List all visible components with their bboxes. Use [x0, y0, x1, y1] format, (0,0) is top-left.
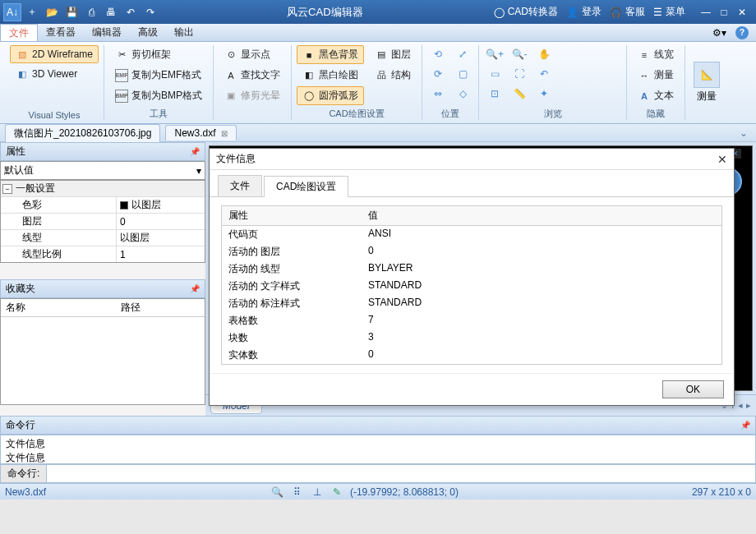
btn-emf-label: 复制为EMF格式 [131, 68, 201, 82]
btn-2d-wireframe[interactable]: ▧2D Wireframe [10, 45, 99, 63]
menu-advanced[interactable]: 高级 [130, 24, 166, 41]
zoom-prev-icon[interactable]: ↶ [533, 65, 555, 83]
ok-button[interactable]: OK [662, 380, 724, 398]
close-button[interactable]: ✕ [735, 5, 749, 20]
command-input-row: 命令行: [0, 464, 756, 483]
info-row: 活动的 标注样式STANDARD [222, 295, 721, 312]
btn-smooth-arc[interactable]: ◯圆滑弧形 [297, 86, 364, 105]
properties-title: 属性 [6, 145, 25, 159]
file-tab-1[interactable]: New3.dxf⊠ [165, 125, 236, 140]
pin-icon[interactable]: 📌 [740, 421, 750, 430]
btn-crop-frame[interactable]: ✂剪切框架 [109, 45, 208, 64]
open-icon[interactable]: 📂 [43, 3, 61, 21]
pin-icon[interactable]: 📌 [190, 284, 200, 293]
prop-row[interactable]: 线型比例1 [1, 246, 205, 262]
maximize-button[interactable]: □ [717, 5, 731, 20]
sb-snap-icon[interactable]: ✎ [330, 486, 343, 499]
dialog-footer: OK [210, 373, 734, 405]
menu-button[interactable]: ☰菜单 [653, 5, 685, 19]
minimize-button[interactable]: — [698, 5, 713, 20]
btn-bw-draw[interactable]: ◧黑白绘图 [297, 66, 364, 85]
prop-group-header[interactable]: −一般设置 [1, 181, 205, 196]
btn-text[interactable]: A文本 [632, 86, 680, 105]
btn-find-text[interactable]: A查找文字 [219, 66, 286, 85]
btn-black-bg[interactable]: ■黑色背景 [297, 45, 364, 64]
pos-btn-4[interactable]: ▢ [452, 65, 473, 83]
btn-copy-bmp[interactable]: BMP复制为BMP格式 [109, 86, 208, 105]
menu-output[interactable]: 输出 [166, 24, 202, 41]
dialog-close-icon[interactable]: ✕ [717, 153, 727, 166]
fav-col-path[interactable]: 路径 [116, 299, 145, 316]
properties-header: 属性📌 [0, 142, 205, 161]
btn-copy-emf[interactable]: EMF复制为EMF格式 [109, 66, 208, 85]
zoom-fit-icon[interactable]: ⊡ [484, 85, 505, 103]
file-tab-0[interactable]: 微信图片_20210826103706.jpg [5, 124, 160, 142]
prop-row[interactable]: 色彩以图层 [1, 196, 205, 213]
support-label: 客服 [625, 5, 645, 19]
layout-next-icon[interactable]: ▸ [746, 400, 751, 411]
settings-icon[interactable]: ⚙▾ [710, 25, 728, 40]
btn-layers[interactable]: ▤图层 [369, 45, 417, 64]
sb-grid-icon[interactable]: ⠿ [291, 486, 304, 499]
prop-row[interactable]: 线型以图层 [1, 229, 205, 246]
zoom-out-icon[interactable]: 🔍- [509, 45, 530, 63]
pan-icon[interactable]: ✋ [533, 45, 555, 63]
btn-measure-small[interactable]: ↔测量 [632, 66, 680, 85]
zoom-window-icon[interactable]: ▭ [484, 65, 505, 83]
prop-value[interactable]: 1 [116, 246, 205, 262]
btn-structure-label: 结构 [391, 68, 411, 82]
menu-file[interactable]: 文件 [0, 24, 38, 41]
dialog-title-bar[interactable]: 文件信息 ✕ [210, 149, 734, 170]
status-bar: New3.dxf 🔍 ⠿ ⊥ ✎ (-19.97992; 8.068813; 0… [0, 483, 756, 499]
zoom-scale-icon[interactable]: 📏 [509, 85, 530, 103]
command-history[interactable]: 文件信息 文件信息 [0, 435, 756, 464]
save-icon[interactable]: 💾 [62, 3, 81, 21]
print-icon[interactable]: 🖶 [102, 3, 120, 21]
tab-close-icon[interactable]: ⊠ [221, 129, 228, 138]
pos-btn-3[interactable]: ⟳ [427, 65, 449, 83]
prop-row[interactable]: 图层0 [1, 213, 205, 229]
btn-3d-viewer[interactable]: ◧3D Viewer [10, 65, 99, 83]
command-input[interactable] [47, 465, 755, 482]
prop-value[interactable]: 以图层 [116, 197, 205, 213]
prop-value[interactable]: 0 [116, 214, 205, 229]
support-button[interactable]: 🎧客服 [610, 5, 645, 19]
btn-measure-big[interactable]: 📐 测量 [690, 62, 723, 104]
sb-ortho-icon[interactable]: ⊥ [311, 486, 324, 499]
cad-converter-button[interactable]: ◯CAD转换器 [494, 5, 558, 19]
pos-btn-6[interactable]: ◇ [452, 85, 473, 103]
login-button[interactable]: 👤登录 [566, 5, 602, 19]
zoom-extents-icon[interactable]: ⛶ [509, 65, 530, 83]
pin-icon[interactable]: 📌 [190, 147, 200, 156]
redo-icon[interactable]: ↷ [141, 3, 159, 21]
undo-icon[interactable]: ↶ [122, 3, 140, 21]
new-icon[interactable]: ＋ [23, 3, 41, 21]
properties-selector-value: 默认值 [4, 163, 34, 177]
export-icon[interactable]: ⎙ [82, 3, 100, 21]
app-icon[interactable]: A↓ [3, 3, 21, 21]
dialog-title: 文件信息 [216, 152, 256, 166]
tabs-dropdown-icon[interactable]: ⌄ [736, 127, 751, 139]
pos-btn-2[interactable]: ⤢ [452, 45, 473, 63]
dialog-tab-file[interactable]: 文件 [218, 175, 262, 196]
pos-btn-1[interactable]: ⟲ [427, 45, 449, 63]
ribbon-group-display: ⊙显示点 A查找文字 ▣修剪光晕 [214, 45, 292, 120]
menu-editor[interactable]: 编辑器 [84, 24, 130, 41]
layout-prev-icon[interactable]: ◂ [738, 400, 743, 411]
zoom-in-icon[interactable]: 🔍+ [484, 45, 505, 63]
btn-structure[interactable]: 品结构 [369, 66, 417, 85]
collapse-icon[interactable]: − [2, 184, 12, 194]
properties-selector[interactable]: 默认值▾ [0, 161, 205, 180]
nav-icon[interactable]: ✦ [533, 85, 555, 103]
sb-search-icon[interactable]: 🔍 [271, 486, 284, 499]
btn-show-points[interactable]: ⊙显示点 [219, 45, 286, 64]
btn-lineweight[interactable]: ≡线宽 [632, 45, 680, 64]
fav-col-name[interactable]: 名称 [1, 299, 116, 316]
menu-viewer[interactable]: 查看器 [38, 24, 84, 41]
prop-value[interactable]: 以图层 [116, 230, 205, 246]
btn-trim-halo[interactable]: ▣修剪光晕 [219, 86, 286, 105]
help-icon[interactable]: ? [733, 25, 751, 40]
pos-btn-5[interactable]: ⇔ [427, 85, 449, 103]
dialog-tab-cad-settings[interactable]: CAD绘图设置 [264, 176, 348, 197]
status-dimensions: 297 x 210 x 0 [684, 486, 751, 498]
